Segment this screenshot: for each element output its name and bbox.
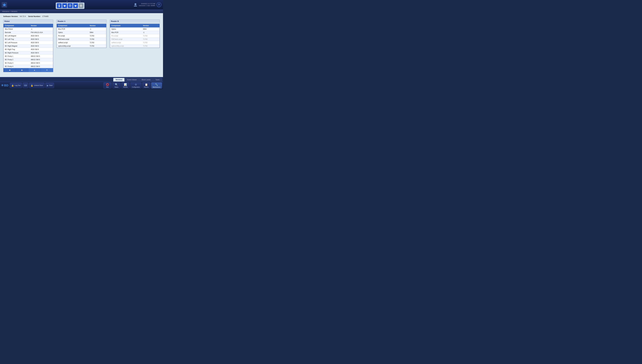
status-nav-button[interactable]: 🔍 Status bbox=[112, 82, 120, 88]
reader-b-table-row[interactable]: Optics5964 bbox=[110, 28, 160, 31]
reader-a-version-cell: 71763 bbox=[88, 38, 106, 41]
robot-table-row[interactable]: BC Right Tray4520 SW 6 bbox=[4, 48, 53, 51]
run-nav-button[interactable]: ⭕ Run bbox=[104, 82, 112, 88]
reader-a-component-cell: Pcr.script bbox=[57, 34, 88, 38]
reader-b-table-row[interactable]: opticsUtility.script71763 bbox=[110, 44, 160, 48]
svg-marker-5 bbox=[74, 4, 76, 7]
log-out-label: Log Out bbox=[15, 84, 20, 86]
tab-tasks[interactable]: Tasks bbox=[153, 78, 162, 82]
reader-a-table-row[interactable]: Mux PCR-1 bbox=[57, 28, 106, 31]
reader-a-panel-title: Reader A bbox=[56, 20, 106, 23]
tabs-container: VersionsEvent ViewerBlock LanesTasks bbox=[113, 78, 162, 82]
configuration-nav-button[interactable]: ⚙ Configuration bbox=[130, 82, 141, 88]
reader-a-col-version: Version bbox=[88, 24, 106, 28]
configuration-nav-icon: ⚙ bbox=[135, 83, 137, 86]
log-out-button[interactable]: 🔒 Log Out bbox=[10, 83, 22, 88]
robot-panel: Robot Component Version Mux Robot-1Barco… bbox=[3, 20, 53, 72]
robot-version-cell: 4520 SW 6 bbox=[30, 44, 53, 48]
robot-scroll-down[interactable]: ▼ bbox=[41, 68, 53, 72]
robot-scroll-left[interactable]: ◀ bbox=[4, 68, 16, 72]
robot-table-row[interactable]: Mux Robot-1 bbox=[4, 28, 53, 31]
start-button[interactable]: ▶ Start bbox=[45, 83, 54, 88]
robot-table-row[interactable]: BC Right Pressure4520 SW 6 bbox=[4, 51, 53, 54]
svg-rect-3 bbox=[58, 6, 60, 7]
robot-scroll-controls: ◀ ▶ ▲ ▼ bbox=[4, 68, 53, 72]
robot-col-component: Component bbox=[4, 24, 30, 28]
unlock-door-icon: 🔓 bbox=[30, 84, 33, 87]
reader-a-component-cell: FillCheck.script bbox=[57, 38, 88, 41]
svg-marker-4 bbox=[64, 4, 66, 7]
reader-a-version-cell: -1 bbox=[88, 28, 106, 31]
reader-a-version-cell: 71763 bbox=[88, 41, 106, 44]
maintenance-nav-icon: 🔧 bbox=[155, 83, 158, 86]
instrument-icons-group bbox=[56, 2, 84, 9]
instrument-extra-icon[interactable] bbox=[78, 3, 84, 8]
reader-a-table-row[interactable]: Pcr.script71763 bbox=[57, 34, 106, 38]
reader-status-icon[interactable] bbox=[68, 3, 72, 8]
run-nav-label: Run bbox=[106, 86, 109, 88]
version-info-row: Software Version: V4.72 A Serial Number:… bbox=[3, 15, 160, 18]
robot-version-cell: 4520 SW 6 bbox=[30, 34, 53, 38]
keyboard-icon: ⌨ bbox=[24, 84, 27, 87]
reports-nav-button[interactable]: 📋 Reports bbox=[142, 82, 150, 88]
reader-b-panel-title: Reader B bbox=[110, 20, 160, 23]
top-bar: A B bbox=[0, 0, 163, 10]
robot-table-row[interactable]: BC Right Magnet4520 SW 6 bbox=[4, 44, 53, 48]
reader-b-table-row[interactable]: selftest.script71763 bbox=[110, 41, 160, 44]
reader-a-table: Component Version Mux PCR-1Optics5964Pcr… bbox=[57, 24, 106, 48]
robot-version-cell: 46K22 SW 6 bbox=[30, 65, 53, 68]
robot-table-row[interactable]: BC Pump 246K22 SW 6 bbox=[4, 58, 53, 62]
reader-b-table-row[interactable]: Pcr.script71763 bbox=[110, 34, 160, 38]
reader-a-label: A bbox=[66, 0, 68, 2]
robot-component-cell: BC Left Magnet bbox=[4, 34, 30, 38]
robot-component-cell: BC Left Pressure bbox=[4, 41, 30, 44]
tab-versions[interactable]: Versions bbox=[113, 78, 124, 82]
robot-scroll-up[interactable]: ▲ bbox=[28, 68, 41, 72]
reader-a-table-row[interactable]: opticsUtility.script71763 bbox=[57, 44, 106, 48]
reader-a-table-row[interactable]: selftest.script71763 bbox=[57, 41, 106, 44]
reader-b-panel: Reader B Component Version Optics5964Mux… bbox=[110, 20, 160, 72]
serial-number-label: Serial Number: bbox=[28, 15, 41, 18]
robot-table-container: Component Version Mux Robot-1BarcodeFW-U… bbox=[3, 24, 53, 72]
reader-b-component-cell: opticsUtility.script bbox=[110, 44, 142, 48]
robot-col-version: Version bbox=[30, 24, 53, 28]
keyboard-button[interactable]: ⌨ bbox=[23, 83, 28, 88]
tab-event-viewer[interactable]: Event Viewer bbox=[125, 78, 139, 82]
robot-scroll-right[interactable]: ▶ bbox=[16, 68, 28, 72]
reader-a-component-cell: opticsUtility.script bbox=[57, 44, 88, 48]
maintenance-nav-button[interactable]: 🔧 Maintenance bbox=[151, 82, 162, 88]
reader-b-power-icon[interactable] bbox=[73, 3, 78, 8]
results-nav-button[interactable]: 📊 Results bbox=[121, 82, 130, 88]
reader-b-table-row[interactable]: Mux PCR-1 bbox=[110, 31, 160, 34]
top-right-area: 3/16/2022 11:17:57 AM Instrument: 1 User… bbox=[133, 2, 162, 7]
robot-version-cell: 46K22 SW 6 bbox=[30, 58, 53, 62]
robot-table-row[interactable]: BC Left Magnet4520 SW 6 bbox=[4, 34, 53, 38]
user-info-block: 3/16/2022 11:17:57 AM Instrument: 1 User… bbox=[139, 3, 155, 7]
results-nav-icon: 📊 bbox=[124, 83, 127, 86]
unlock-door-button[interactable]: 🔓 Unlock Door bbox=[29, 83, 44, 88]
robot-table-row[interactable]: BC Pump 146K22 SW 6 bbox=[4, 54, 53, 58]
robot-table-row[interactable]: BarcodeFW-UNI121-01A bbox=[4, 31, 53, 34]
robot-status-icon[interactable] bbox=[57, 3, 62, 8]
help-button[interactable]: ? bbox=[156, 2, 162, 7]
reader-b-version-cell: 71763 bbox=[142, 44, 160, 48]
robot-component-cell: BC Pump 2 bbox=[4, 58, 30, 62]
reader-a-power-icon[interactable] bbox=[62, 3, 67, 8]
reader-a-table-row[interactable]: Optics5964 bbox=[57, 31, 106, 34]
reader-a-component-cell: Mux PCR bbox=[57, 28, 88, 31]
reports-nav-label: Reports bbox=[144, 86, 148, 88]
robot-table-scroll[interactable]: Component Version Mux Robot-1BarcodeFW-U… bbox=[4, 24, 53, 68]
robot-table-row[interactable]: BC Pump 446K22 SW 6 bbox=[4, 65, 53, 68]
robot-table-row[interactable]: BC Left Tray4520 SW 6 bbox=[4, 38, 53, 41]
robot-version-cell: 46K22 SW 6 bbox=[30, 54, 53, 58]
reports-nav-icon: 📋 bbox=[145, 83, 148, 86]
reader-b-table-row[interactable]: FillCheck.script71763 bbox=[110, 38, 160, 41]
panels-row: Robot Component Version Mux Robot-1Barco… bbox=[3, 20, 160, 72]
main-content: Software Version: V4.72 A Serial Number:… bbox=[0, 13, 163, 77]
robot-table-row[interactable]: BC Left Pressure4520 SW 6 bbox=[4, 41, 53, 44]
tab-block-lanes[interactable]: Block Lanes bbox=[140, 78, 153, 82]
robot-table-row[interactable]: BC Pump 346K22 SW 6 bbox=[4, 62, 53, 65]
robot-version-cell: 4520 SW 6 bbox=[30, 41, 53, 44]
reader-b-component-cell: FillCheck.script bbox=[110, 38, 142, 41]
reader-a-table-row[interactable]: FillCheck.script71763 bbox=[57, 38, 106, 41]
